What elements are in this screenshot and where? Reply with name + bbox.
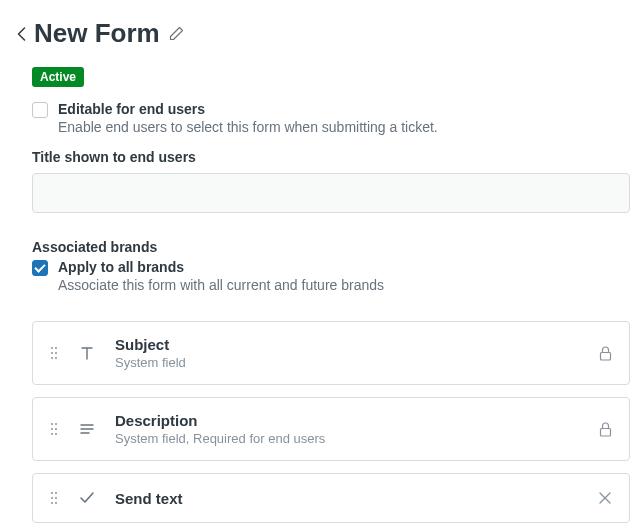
field-card[interactable]: Send text xyxy=(32,473,630,523)
svg-point-4 xyxy=(51,357,53,359)
editable-checkbox[interactable] xyxy=(32,102,48,118)
field-info: SubjectSystem field xyxy=(115,336,579,370)
text-field-icon xyxy=(77,343,97,363)
svg-point-1 xyxy=(55,347,57,349)
drag-handle-icon[interactable] xyxy=(49,422,59,436)
editable-checkbox-row: Editable for end users Enable end users … xyxy=(32,101,630,135)
svg-point-8 xyxy=(55,423,57,425)
lock-icon xyxy=(597,421,613,437)
pencil-icon[interactable] xyxy=(168,25,186,43)
title-input[interactable] xyxy=(32,173,630,213)
editable-label: Editable for end users xyxy=(58,101,438,117)
svg-point-18 xyxy=(51,502,53,504)
apply-all-brands-label: Apply to all brands xyxy=(58,259,384,275)
editable-description: Enable end users to select this form whe… xyxy=(58,119,438,135)
field-title: Description xyxy=(115,412,579,429)
drag-handle-icon[interactable] xyxy=(49,346,59,360)
svg-point-17 xyxy=(55,497,57,499)
svg-rect-6 xyxy=(600,352,610,360)
svg-point-15 xyxy=(55,492,57,494)
page-title: New Form xyxy=(34,18,160,49)
apply-all-brands-description: Associate this form with all current and… xyxy=(58,277,384,293)
brands-heading: Associated brands xyxy=(32,239,630,255)
page-header: New Form xyxy=(14,18,630,49)
close-icon[interactable] xyxy=(597,490,613,506)
apply-all-brands-checkbox[interactable] xyxy=(32,260,48,276)
title-section-label: Title shown to end users xyxy=(32,149,630,165)
field-info: DescriptionSystem field, Required for en… xyxy=(115,412,579,446)
svg-point-19 xyxy=(55,502,57,504)
svg-point-11 xyxy=(51,433,53,435)
lock-icon xyxy=(597,345,613,361)
field-title: Send text xyxy=(115,490,579,507)
field-subtitle: System field xyxy=(115,355,579,370)
svg-point-9 xyxy=(51,428,53,430)
multiline-field-icon xyxy=(77,419,97,439)
status-badge: Active xyxy=(32,67,84,87)
svg-rect-13 xyxy=(600,428,610,436)
field-card[interactable]: DescriptionSystem field, Required for en… xyxy=(32,397,630,461)
field-subtitle: System field, Required for end users xyxy=(115,431,579,446)
checkbox-field-icon xyxy=(77,488,97,508)
field-info: Send text xyxy=(115,490,579,507)
drag-handle-icon[interactable] xyxy=(49,491,59,505)
svg-point-0 xyxy=(51,347,53,349)
svg-point-10 xyxy=(55,428,57,430)
apply-all-brands-row: Apply to all brands Associate this form … xyxy=(32,259,630,293)
svg-point-3 xyxy=(55,352,57,354)
svg-point-2 xyxy=(51,352,53,354)
svg-point-5 xyxy=(55,357,57,359)
svg-point-16 xyxy=(51,497,53,499)
svg-point-12 xyxy=(55,433,57,435)
back-chevron-icon[interactable] xyxy=(14,23,28,45)
field-card[interactable]: SubjectSystem field xyxy=(32,321,630,385)
svg-point-7 xyxy=(51,423,53,425)
svg-point-14 xyxy=(51,492,53,494)
field-title: Subject xyxy=(115,336,579,353)
